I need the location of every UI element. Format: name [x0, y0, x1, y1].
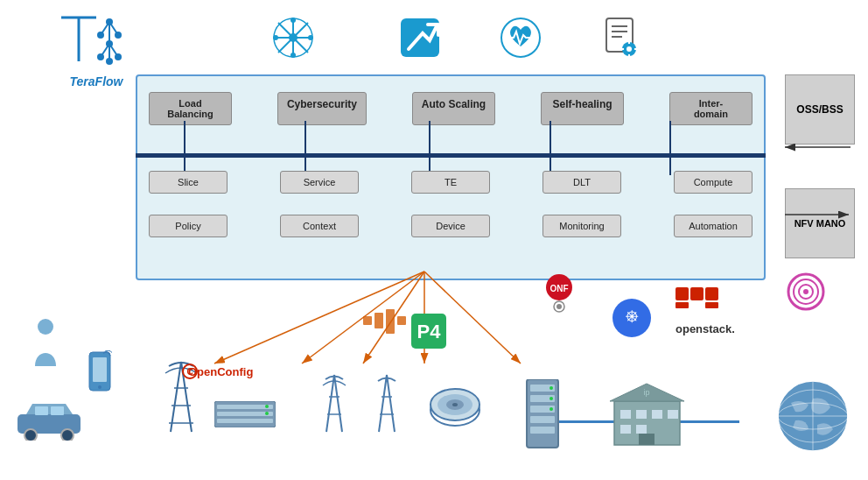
svg-line-72 — [379, 375, 387, 432]
monitoring-card: Monitoring — [542, 215, 621, 237]
bottom-components-row: Policy Context Device Monitoring Automat… — [136, 215, 766, 237]
svg-point-9 — [106, 58, 113, 65]
svg-text:⎈: ⎈ — [626, 303, 639, 327]
svg-point-80 — [452, 403, 458, 406]
mid-components-row: Slice Service TE DLT Compute — [136, 171, 766, 194]
svg-rect-100 — [639, 434, 654, 445]
teraflow-icon — [52, 13, 140, 74]
svg-rect-87 — [530, 416, 555, 423]
svg-rect-112 — [705, 302, 718, 308]
svg-point-67 — [265, 412, 269, 415]
svg-text:C: C — [186, 367, 192, 377]
svg-point-116 — [803, 289, 808, 294]
load-balancing-card: LoadBalancing — [149, 92, 232, 125]
svg-point-12 — [97, 53, 104, 60]
svg-rect-48 — [93, 357, 107, 382]
horizontal-divider — [136, 153, 766, 158]
svg-point-89 — [550, 386, 553, 390]
svg-point-52 — [61, 429, 74, 441]
svg-rect-63 — [217, 405, 273, 409]
svg-point-46 — [38, 319, 53, 335]
compute-card: Compute — [674, 171, 752, 194]
ai-icon-box — [271, 16, 315, 60]
svg-line-69 — [334, 375, 342, 432]
tower2-icon — [319, 371, 350, 436]
device-card: Device — [411, 215, 490, 237]
svg-rect-111 — [676, 302, 689, 308]
svg-rect-88 — [530, 427, 555, 434]
document-settings-icon — [599, 16, 643, 60]
nfv-connector — [780, 188, 855, 276]
heart-icon — [499, 16, 542, 60]
document-icon-box — [599, 16, 643, 60]
svg-rect-53 — [35, 406, 48, 415]
svg-point-20 — [290, 18, 296, 23]
onf-logo: ONF — [537, 270, 581, 314]
svg-point-51 — [24, 429, 37, 441]
svg-rect-98 — [620, 425, 631, 434]
svg-rect-95 — [636, 410, 647, 419]
growth-icon-box — [398, 16, 442, 60]
automation-card: Automation — [674, 215, 752, 237]
svg-rect-97 — [668, 410, 678, 419]
context-card: Context — [280, 215, 359, 237]
person-icon — [31, 318, 61, 366]
p4-logo: P4 — [411, 314, 446, 349]
svg-rect-126 — [397, 316, 406, 325]
kubernetes-logo: ⎈ — [610, 296, 654, 340]
auto-scaling-card: Auto Scaling — [412, 92, 495, 125]
top-components-row: LoadBalancing Cybersecurity Auto Scaling… — [136, 92, 766, 125]
inter-domain-card: Inter-domain — [669, 92, 752, 125]
svg-rect-109 — [690, 287, 704, 300]
svg-point-8 — [106, 40, 113, 47]
svg-point-10 — [97, 32, 104, 39]
arrow-up-icon — [398, 16, 442, 60]
openstack-text: openstack. — [676, 322, 754, 335]
svg-line-73 — [387, 375, 395, 432]
svg-point-90 — [550, 397, 553, 400]
car-icon — [13, 397, 88, 441]
vline-1 — [184, 121, 186, 153]
svg-line-68 — [326, 375, 334, 432]
svg-rect-124 — [374, 313, 383, 328]
svg-point-13 — [115, 53, 122, 60]
router-icon — [427, 385, 484, 429]
svg-point-91 — [550, 407, 553, 411]
phone-icon — [88, 350, 112, 392]
svg-rect-99 — [636, 425, 647, 434]
openconfig-c-icon: C — [182, 364, 198, 379]
svg-rect-65 — [217, 419, 273, 423]
svg-rect-125 — [386, 309, 395, 334]
svg-point-11 — [115, 32, 122, 39]
lens-logo — [787, 272, 826, 312]
svg-point-23 — [308, 35, 313, 40]
svg-point-31 — [626, 46, 632, 52]
vline-2 — [304, 121, 306, 153]
te-card: TE — [411, 171, 490, 194]
oss-connector — [780, 77, 855, 165]
vline-4 — [550, 121, 551, 153]
orange-arrows — [136, 267, 573, 372]
dlt-card: DLT — [542, 171, 621, 194]
svg-rect-110 — [705, 287, 718, 300]
openconfig-label: OpenConfig — [188, 364, 253, 379]
chip-icons — [363, 309, 411, 335]
policy-card: Policy — [149, 215, 228, 237]
vline-3 — [429, 121, 430, 153]
svg-text:ONF: ONF — [550, 284, 568, 293]
self-healing-card: Self-healing — [541, 92, 624, 125]
svg-point-19 — [289, 33, 298, 42]
svg-rect-108 — [676, 287, 689, 300]
globe-icon — [774, 377, 852, 455]
cybersecurity-card: Cybersecurity — [277, 92, 367, 125]
svg-point-21 — [290, 53, 296, 58]
teraflow-text: TeraFlow — [70, 74, 123, 88]
svg-point-22 — [273, 35, 278, 40]
health-icon-box — [499, 16, 542, 60]
antenna2-icon — [372, 371, 402, 436]
snowflake-icon — [271, 16, 315, 60]
svg-point-49 — [98, 385, 102, 389]
vline-5 — [669, 121, 671, 153]
openstack-logo: openstack. — [676, 283, 754, 335]
svg-rect-64 — [217, 412, 273, 416]
